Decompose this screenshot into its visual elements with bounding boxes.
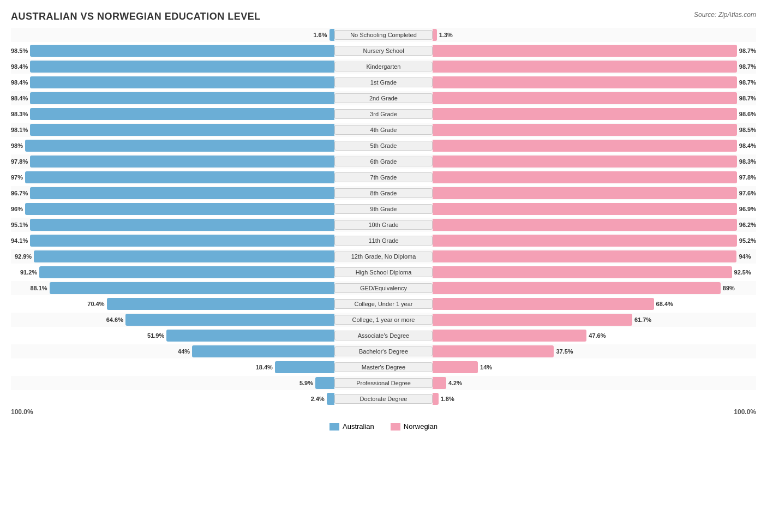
right-bar <box>433 314 632 326</box>
left-section: 5.9% <box>11 376 334 390</box>
right-value-label: 96.2% <box>739 222 756 228</box>
bar-row: 70.4%College, Under 1 year68.4% <box>11 297 756 311</box>
right-section: 98.7% <box>433 44 756 58</box>
right-value-label: 96.9% <box>739 206 756 212</box>
right-bar <box>433 140 737 152</box>
right-bar <box>433 156 737 168</box>
center-label: 9th Grade <box>334 204 433 214</box>
left-bar <box>30 108 334 120</box>
footer-left: 100.0% <box>11 408 33 416</box>
left-value-label: 94.1% <box>11 237 28 244</box>
left-section: 98.1% <box>11 123 334 137</box>
left-bar <box>30 124 334 136</box>
right-bar <box>433 345 554 357</box>
right-value-label: 97.8% <box>739 174 756 181</box>
left-value-label: 18.4% <box>256 364 273 370</box>
center-label: College, 1 year or more <box>334 315 433 325</box>
chart-title: AUSTRALIAN VS NORWEGIAN EDUCATION LEVEL <box>11 11 756 22</box>
right-section: 98.5% <box>433 123 756 137</box>
right-value-label: 14% <box>480 364 492 370</box>
legend-norwegian: Norwegian <box>391 422 438 431</box>
left-section: 98.4% <box>11 59 334 74</box>
left-section: 98.4% <box>11 75 334 89</box>
bar-row: 98.3%3rd Grade98.6% <box>11 107 756 121</box>
left-bar <box>39 266 334 278</box>
center-label: 4th Grade <box>334 125 433 135</box>
left-value-label: 88.1% <box>30 285 47 291</box>
left-section: 96.7% <box>11 186 334 200</box>
bar-row: 92.9%12th Grade, No Diploma94% <box>11 249 756 264</box>
left-value-label: 91.2% <box>20 269 37 276</box>
left-bar <box>30 76 334 88</box>
bar-row: 44%Bachelor's Degree37.5% <box>11 344 756 358</box>
right-value-label: 1.3% <box>439 32 453 38</box>
center-label: 5th Grade <box>334 141 433 151</box>
right-bar <box>433 377 446 389</box>
center-label: 1st Grade <box>334 77 433 87</box>
left-value-label: 64.6% <box>106 316 123 323</box>
right-section: 98.3% <box>433 154 756 169</box>
center-label: High School Diploma <box>334 267 433 277</box>
right-bar <box>433 171 737 183</box>
left-section: 97% <box>11 170 334 184</box>
left-bar <box>30 156 334 168</box>
chart-container: AUSTRALIAN VS NORWEGIAN EDUCATION LEVEL … <box>11 11 756 431</box>
left-value-label: 1.6% <box>313 32 327 38</box>
left-value-label: 51.9% <box>147 332 164 339</box>
right-bar <box>433 29 437 41</box>
bar-row: 97.8%6th Grade98.3% <box>11 154 756 169</box>
left-section: 96% <box>11 202 334 216</box>
right-bar <box>433 266 732 278</box>
center-label: GED/Equivalency <box>334 283 433 293</box>
left-section: 98% <box>11 139 334 153</box>
right-value-label: 94% <box>739 253 751 260</box>
right-bar <box>433 219 737 231</box>
center-label: Master's Degree <box>334 362 433 372</box>
right-value-label: 98.7% <box>739 79 756 86</box>
right-value-label: 61.7% <box>634 316 651 323</box>
right-section: 97.6% <box>433 186 756 200</box>
left-bar <box>30 45 334 57</box>
right-section: 98.7% <box>433 91 756 105</box>
right-bar <box>433 45 737 57</box>
right-section: 92.5% <box>433 265 756 279</box>
bar-row: 96%9th Grade96.9% <box>11 202 756 216</box>
left-bar <box>34 250 334 262</box>
center-label: No Schooling Completed <box>334 30 433 40</box>
bar-row: 96.7%8th Grade97.6% <box>11 186 756 200</box>
left-section: 98.3% <box>11 107 334 121</box>
bar-row: 98.5%Nursery School98.7% <box>11 44 756 58</box>
bar-row: 97%7th Grade97.8% <box>11 170 756 184</box>
right-section: 14% <box>433 360 756 374</box>
right-section: 1.3% <box>433 28 756 42</box>
center-label: College, Under 1 year <box>334 299 433 309</box>
left-value-label: 70.4% <box>87 301 104 307</box>
left-section: 64.6% <box>11 313 334 327</box>
left-bar <box>30 187 334 199</box>
center-label: Associate's Degree <box>334 331 433 340</box>
left-section: 44% <box>11 344 334 358</box>
right-section: 47.6% <box>433 328 756 343</box>
left-bar <box>30 61 334 73</box>
left-section: 97.8% <box>11 154 334 169</box>
left-section: 95.1% <box>11 218 334 232</box>
right-value-label: 68.4% <box>656 301 673 307</box>
left-value-label: 98.5% <box>11 47 28 54</box>
right-section: 89% <box>433 281 756 295</box>
right-section: 95.2% <box>433 234 756 248</box>
right-section: 1.8% <box>433 392 756 406</box>
right-section: 97.8% <box>433 170 756 184</box>
right-value-label: 98.3% <box>739 158 756 165</box>
left-section: 18.4% <box>11 360 334 374</box>
right-bar <box>433 124 737 136</box>
left-value-label: 98.4% <box>11 63 28 70</box>
left-bar <box>192 345 334 357</box>
right-section: 37.5% <box>433 344 756 358</box>
left-bar <box>25 203 334 215</box>
bar-row: 98%5th Grade98.4% <box>11 139 756 153</box>
center-label: 8th Grade <box>334 188 433 198</box>
source-label: Source: ZipAtlas.com <box>694 11 756 19</box>
left-value-label: 97% <box>11 174 23 181</box>
left-section: 92.9% <box>11 249 334 264</box>
left-bar <box>166 330 334 342</box>
